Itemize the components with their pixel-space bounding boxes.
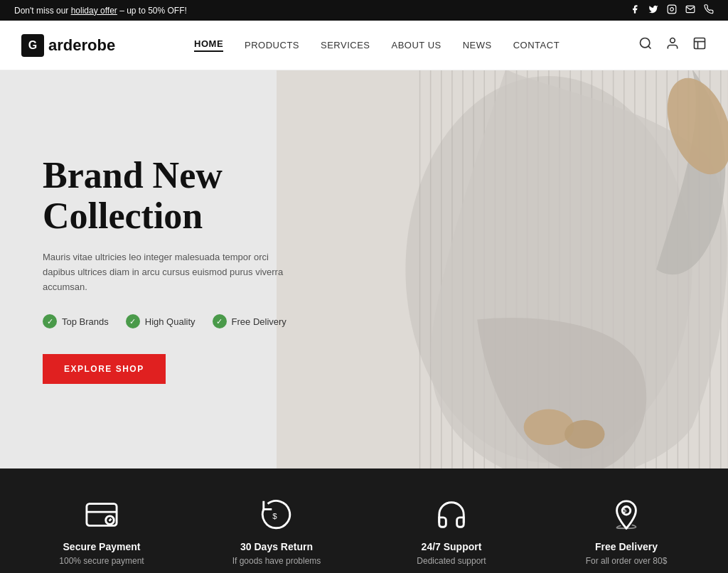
svg-rect-0 bbox=[668, 5, 676, 14]
support-icon bbox=[434, 497, 469, 532]
announcement-text: Don't miss our holiday offer – up to 50%… bbox=[14, 6, 187, 16]
facebook-icon[interactable] bbox=[630, 4, 640, 16]
feature-high-quality: ✓ High Quality bbox=[126, 314, 196, 328]
check-icon-delivery: ✓ bbox=[213, 314, 227, 328]
header: G arderobe HOME PRODUCTS SERVICES ABOUT … bbox=[0, 21, 728, 70]
svg-point-39 bbox=[564, 420, 604, 449]
return-title: 30 Days Return bbox=[189, 541, 364, 552]
logo-icon: G bbox=[21, 34, 44, 57]
check-icon-quality: ✓ bbox=[126, 314, 140, 328]
support-subtitle: Dedicated support bbox=[364, 556, 539, 566]
svg-point-4 bbox=[670, 38, 675, 43]
email-icon[interactable] bbox=[685, 4, 695, 16]
hero-content: Brand New Collection Mauris vitae ultric… bbox=[0, 155, 341, 385]
delivery-title: Free Delivery bbox=[539, 541, 714, 552]
feature-free-delivery: ✓ Free Delivery bbox=[213, 314, 287, 328]
search-icon[interactable] bbox=[638, 36, 653, 54]
svg-text:$: $ bbox=[622, 505, 626, 514]
payment-icon bbox=[84, 497, 119, 532]
explore-shop-button[interactable]: EXPLORE SHOP bbox=[43, 354, 166, 384]
hero-description: Mauris vitae ultricies leo integer males… bbox=[43, 250, 299, 294]
svg-line-3 bbox=[648, 46, 651, 49]
nav-services[interactable]: SERVICES bbox=[321, 40, 370, 50]
logo-name: arderobe bbox=[48, 36, 115, 55]
payment-title: Secure Payment bbox=[14, 541, 189, 552]
holiday-offer-link[interactable]: holiday offer bbox=[71, 6, 117, 16]
feature-top-brands: ✓ Top Brands bbox=[43, 314, 109, 328]
delivery-icon: $ bbox=[609, 497, 644, 532]
check-icon-brands: ✓ bbox=[43, 314, 57, 328]
svg-text:$: $ bbox=[272, 512, 277, 520]
payment-subtitle: 100% secure payment bbox=[14, 556, 189, 566]
cart-icon[interactable] bbox=[692, 36, 707, 54]
nav-contact[interactable]: CONTACT bbox=[513, 40, 560, 50]
instagram-icon[interactable] bbox=[667, 4, 677, 16]
nav-products[interactable]: PRODUCTS bbox=[245, 40, 299, 50]
social-icons bbox=[630, 4, 714, 16]
hero-features: ✓ Top Brands ✓ High Quality ✓ Free Deliv… bbox=[43, 314, 299, 328]
feature-30days-return: $ 30 Days Return If goods have problems bbox=[189, 497, 364, 566]
hero-title: Brand New Collection bbox=[43, 155, 299, 236]
delivery-subtitle: For all order over 80$ bbox=[539, 556, 714, 566]
return-subtitle: If goods have problems bbox=[189, 556, 364, 566]
return-icon: $ bbox=[259, 497, 294, 532]
support-title: 24/7 Support bbox=[364, 541, 539, 552]
top-bar: Don't miss our holiday offer – up to 50%… bbox=[0, 0, 728, 21]
hero-background bbox=[277, 70, 728, 468]
feature-support: 24/7 Support Dedicated support bbox=[364, 497, 539, 566]
svg-rect-5 bbox=[695, 38, 705, 49]
twitter-icon[interactable] bbox=[648, 4, 658, 16]
feature-secure-payment: Secure Payment 100% secure payment bbox=[14, 497, 189, 566]
feature-free-delivery: $ Free Delivery For all order over 80$ bbox=[539, 497, 714, 566]
header-actions bbox=[638, 36, 707, 54]
nav-home[interactable]: HOME bbox=[194, 38, 223, 52]
hero-section: Brand New Collection Mauris vitae ultric… bbox=[0, 70, 728, 468]
nav-news[interactable]: NEWS bbox=[463, 40, 492, 50]
logo[interactable]: G arderobe bbox=[21, 34, 115, 57]
nav-about[interactable]: ABOUT US bbox=[392, 40, 441, 50]
phone-icon[interactable] bbox=[704, 4, 714, 16]
features-bar: Secure Payment 100% secure payment $ 30 … bbox=[0, 468, 728, 573]
account-icon[interactable] bbox=[665, 36, 680, 54]
main-nav: HOME PRODUCTS SERVICES ABOUT US NEWS CON… bbox=[194, 38, 560, 52]
svg-point-2 bbox=[641, 38, 650, 48]
